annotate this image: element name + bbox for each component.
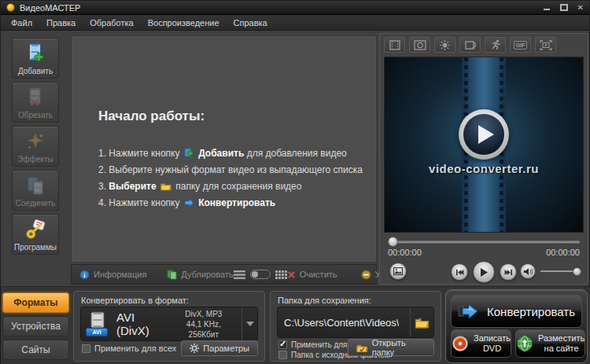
grid-view-icon[interactable] bbox=[275, 270, 287, 279]
window-title: ВидеоМАСТЕР bbox=[20, 3, 80, 13]
open-folder-button[interactable]: Открыть папку bbox=[348, 339, 434, 356]
folder-icon bbox=[415, 317, 430, 329]
folder-panel: Папка для сохранения: C:\Users\Content\V… bbox=[270, 291, 441, 362]
browse-folder-button[interactable] bbox=[410, 307, 433, 337]
checkbox-checked-icon[interactable] bbox=[278, 340, 287, 349]
parameters-button[interactable]: Параметры bbox=[181, 340, 258, 356]
preview-play-button[interactable] bbox=[459, 109, 509, 160]
burn-dvd-button[interactable]: Записать DVD bbox=[451, 329, 511, 358]
gear-icon bbox=[190, 344, 199, 353]
checkbox-icon[interactable] bbox=[82, 344, 90, 353]
save-path-box: C:\Users\Content\Videos\ bbox=[277, 307, 434, 338]
list-view-icon[interactable] bbox=[234, 270, 245, 279]
seek-handle[interactable] bbox=[388, 237, 398, 247]
view-toggle[interactable] bbox=[250, 270, 271, 279]
tab-devices[interactable]: Устройства bbox=[2, 316, 69, 336]
step-1: 1. Нажмите кнопку Добавить для добавлени… bbox=[98, 145, 368, 162]
time-total: 00:00:00 bbox=[546, 248, 580, 257]
effects-sparkle-icon bbox=[24, 130, 47, 153]
play-button[interactable] bbox=[473, 261, 495, 283]
capture-frame-icon bbox=[540, 40, 552, 50]
publish-online-button[interactable]: Разместить на сайте bbox=[515, 329, 585, 358]
sidebar: Добавить Обрезать Эффекты bbox=[1, 31, 70, 286]
next-frame-button[interactable] bbox=[500, 263, 517, 281]
format-details: DivX, MP3 44,1 KHz, 256Кбит bbox=[171, 309, 238, 340]
step-3: 3. Выберите папку для сохранения видео bbox=[98, 178, 368, 195]
convert-small-icon bbox=[184, 198, 194, 208]
volume-slider[interactable] bbox=[540, 267, 581, 276]
step-2: 2. Выберите нужный формат видео из выпад… bbox=[98, 162, 368, 178]
playback-controls bbox=[380, 260, 588, 284]
volume-handle[interactable] bbox=[573, 267, 581, 276]
play-triangle-icon bbox=[478, 125, 494, 144]
programs-key-icon bbox=[24, 218, 47, 241]
crop-tool-button[interactable] bbox=[384, 37, 405, 53]
player-panel: GIF video-converter. bbox=[379, 33, 588, 285]
tab-sites[interactable]: Сайты bbox=[2, 340, 69, 360]
save-path-field[interactable]: C:\Users\Content\Videos\ bbox=[278, 317, 399, 329]
convert-button[interactable]: Конвертировать bbox=[451, 295, 582, 328]
capture-tool-button[interactable] bbox=[535, 37, 556, 53]
add-video-button[interactable]: Добавить bbox=[12, 38, 59, 79]
menu-processing[interactable]: Обработка bbox=[83, 16, 140, 30]
add-film-icon bbox=[24, 42, 47, 65]
step-4: 4. Нажмите кнопку Конвертировать bbox=[98, 195, 368, 211]
close-button[interactable]: ✕ bbox=[577, 4, 584, 11]
open-folder-icon bbox=[356, 343, 368, 353]
globe-upload-icon bbox=[516, 335, 533, 352]
bottom-bar: Форматы Устройства Сайты Конвертировать … bbox=[1, 286, 590, 364]
programs-button[interactable]: Программы bbox=[12, 214, 59, 255]
add-video-label: Добавить bbox=[18, 67, 53, 75]
info-icon: i bbox=[79, 270, 90, 280]
format-dropdown[interactable]: AVI AVI (DivX) DivX, MP3 44,1 KHz, 256Кб… bbox=[80, 307, 258, 341]
duplicate-button[interactable]: Дублировать bbox=[167, 270, 233, 280]
effects-button[interactable]: Эффекты bbox=[12, 126, 59, 167]
format-name: AVI (DivX) bbox=[116, 311, 171, 337]
prev-frame-button[interactable] bbox=[451, 263, 468, 281]
clear-button[interactable]: Очистить bbox=[287, 270, 337, 279]
menu-bar: Файл Правка Обработка Воспроизведение Сп… bbox=[1, 15, 589, 31]
format-apply-all-checkbox[interactable]: Применить для всех bbox=[82, 344, 176, 353]
minimize-button[interactable] bbox=[543, 4, 551, 11]
trim-film-icon bbox=[24, 86, 47, 109]
app-window: ВидеоМАСТЕР ✕ Файл Правка Обработка Восп… bbox=[0, 0, 590, 364]
prev-icon bbox=[455, 269, 464, 276]
join-button[interactable]: Соединить bbox=[12, 170, 59, 211]
menu-playback[interactable]: Воспроизведение bbox=[141, 16, 227, 30]
info-button[interactable]: i Информация bbox=[79, 270, 146, 280]
welcome-title: Начало работы: bbox=[98, 108, 368, 124]
volume-button[interactable] bbox=[520, 263, 536, 279]
menu-file[interactable]: Файл bbox=[4, 16, 39, 30]
watermark-text: video-converter.ru bbox=[385, 162, 583, 175]
format-dropdown-arrow[interactable] bbox=[242, 307, 257, 340]
trim-video-label: Обрезать bbox=[18, 111, 53, 119]
list-toolbar: i Информация Дублировать bbox=[71, 264, 377, 285]
checkbox-icon[interactable] bbox=[278, 351, 287, 359]
trim-video-button[interactable]: Обрезать bbox=[12, 82, 59, 123]
video-list-panel: Начало работы: 1. Нажмите кнопку Добавит… bbox=[71, 35, 377, 263]
dvd-disc-icon bbox=[452, 335, 469, 352]
brightness-tool-button[interactable] bbox=[434, 37, 455, 53]
watermark-tool-button[interactable] bbox=[409, 37, 430, 53]
programs-label: Программы bbox=[14, 243, 57, 252]
chevron-down-icon bbox=[246, 322, 254, 326]
rotate-film-icon bbox=[464, 40, 477, 50]
maximize-button[interactable] bbox=[560, 4, 568, 11]
category-tabs: Форматы Устройства Сайты bbox=[2, 292, 69, 363]
tab-formats[interactable]: Форматы bbox=[2, 292, 69, 313]
folder-panel-label: Папка для сохранения: bbox=[278, 296, 371, 305]
convert-arrow-icon bbox=[458, 302, 480, 321]
rotate-tool-button[interactable] bbox=[459, 37, 481, 53]
folder-small-icon bbox=[160, 182, 171, 191]
welcome-block: Начало работы: 1. Нажмите кнопку Добавит… bbox=[72, 36, 376, 211]
menu-help[interactable]: Справка bbox=[227, 16, 275, 30]
snapshot-button[interactable] bbox=[389, 263, 407, 280]
menu-edit[interactable]: Правка bbox=[39, 16, 83, 30]
action-panel: Конвертировать Записать DVD bbox=[445, 289, 588, 363]
gif-tool-button[interactable]: GIF bbox=[510, 37, 531, 53]
snapshot-icon bbox=[393, 267, 403, 275]
play-icon bbox=[479, 267, 489, 278]
speed-tool-button[interactable] bbox=[485, 37, 506, 53]
seek-bar[interactable] bbox=[388, 237, 580, 247]
format-panel-label: Конвертировать в формат: bbox=[81, 296, 189, 305]
